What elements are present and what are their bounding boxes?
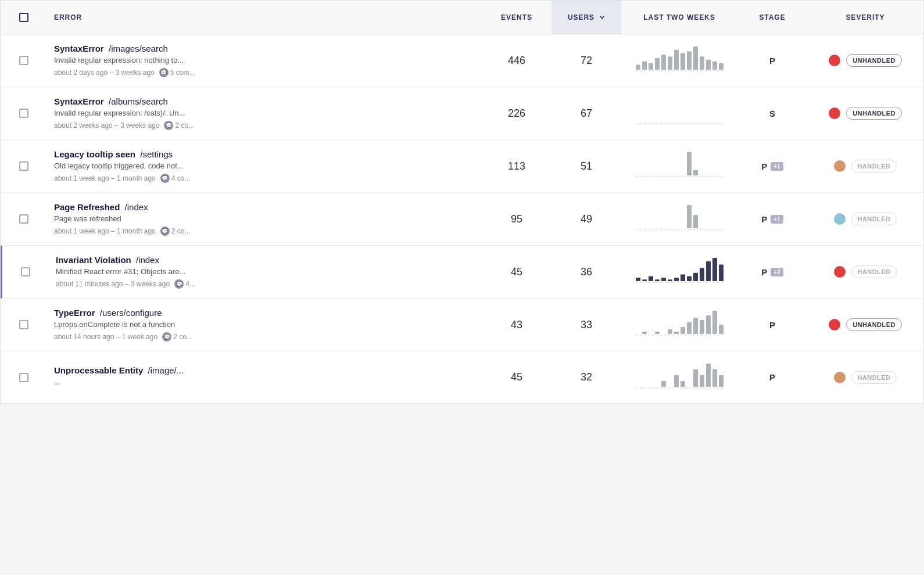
svg-rect-104 (719, 375, 724, 387)
comment-bubble-5: 💬 (174, 279, 184, 289)
svg-rect-14 (719, 63, 724, 70)
header-checkbox-cell[interactable] (1, 13, 47, 22)
row-checkbox-cell[interactable] (2, 267, 49, 276)
row-checkbox-cell[interactable] (1, 214, 47, 224)
row-checkbox-3[interactable] (19, 161, 28, 171)
table-body: SyntaxError /images/search Invalid regul… (1, 34, 923, 404)
severity-label-6[interactable]: UNHANDLED (846, 318, 902, 331)
error-time-1: about 2 days ago – 3 weeks ago (54, 69, 155, 77)
chart-svg-1 (636, 46, 724, 73)
row-checkbox-cell[interactable] (1, 56, 47, 65)
error-title-4: Page Refreshed /index (54, 202, 475, 212)
table-row: Invariant Violation /index Minified Reac… (1, 246, 923, 299)
row-checkbox-cell[interactable] (1, 109, 47, 118)
comment-count-5: 4... (185, 280, 195, 288)
table-header: ERROR EVENTS USERS LAST TWO WEEKS STAGE … (1, 1, 923, 34)
severity-dot-1 (829, 55, 840, 66)
severity-dot-4 (834, 213, 846, 225)
row-checkbox-7[interactable] (19, 373, 28, 382)
svg-rect-2 (642, 62, 647, 70)
svg-rect-88 (712, 311, 717, 334)
select-all-checkbox[interactable] (19, 13, 28, 22)
svg-rect-102 (706, 364, 711, 387)
error-message-2: Invalid regular expression: /cats)/: Un.… (54, 109, 356, 117)
severity-label-3[interactable]: HANDLED (851, 160, 897, 172)
row-checkbox-1[interactable] (19, 56, 28, 65)
error-info-7: Unprocessable Entity /image/... ... (47, 356, 482, 399)
users-count-5: 36 (551, 266, 621, 278)
svg-rect-70 (693, 273, 698, 281)
col-header-users[interactable]: USERS (551, 1, 621, 34)
error-info-5: Invariant Violation /index Minified Reac… (49, 246, 482, 298)
severity-label-2[interactable]: UNHANDLED (846, 107, 902, 120)
svg-rect-87 (706, 315, 711, 334)
error-meta-1: about 2 days ago – 3 weeks ago 💬 5 com..… (54, 68, 475, 77)
error-type-1: SyntaxError (54, 44, 104, 53)
events-count-4: 95 (482, 213, 551, 225)
severity-label-5[interactable]: HANDLED (851, 265, 897, 278)
row-checkbox-6[interactable] (19, 320, 28, 329)
svg-rect-65 (661, 278, 666, 281)
error-path-2: /albums/search (109, 96, 168, 106)
error-meta-3: about 1 week ago – 1 month ago 💬 4 co... (54, 174, 475, 183)
users-count-6: 33 (551, 319, 621, 331)
error-path-7: /image/... (148, 365, 184, 375)
svg-rect-67 (674, 278, 679, 281)
error-message-4: Page was refreshed (54, 214, 356, 223)
stage-value-3: P (761, 161, 767, 171)
severity-cell-7: HANDLED (807, 371, 923, 384)
svg-rect-89 (719, 325, 724, 334)
severity-dot-3 (834, 160, 846, 172)
svg-rect-39 (687, 152, 692, 175)
error-title-5: Invariant Violation /index (56, 255, 475, 265)
events-count-7: 45 (482, 371, 551, 383)
severity-cell-1: UNHANDLED (807, 54, 923, 67)
row-checkbox-2[interactable] (19, 109, 28, 118)
svg-rect-66 (668, 279, 672, 281)
col-header-error: ERROR (47, 13, 482, 21)
severity-dot-5 (834, 266, 846, 278)
svg-rect-77 (642, 332, 647, 334)
stage-cell-4: P +1 (737, 214, 807, 224)
row-checkbox-5[interactable] (21, 267, 30, 276)
stage-value-7: P (769, 372, 775, 382)
svg-rect-71 (700, 268, 704, 281)
severity-dot-7 (834, 372, 846, 383)
severity-dot-2 (829, 107, 840, 119)
svg-rect-84 (687, 322, 692, 334)
severity-label-4[interactable]: HANDLED (851, 213, 897, 225)
error-type-5: Invariant Violation (56, 255, 131, 265)
severity-label-7[interactable]: HANDLED (851, 371, 897, 384)
svg-rect-40 (693, 170, 698, 175)
svg-rect-100 (693, 369, 698, 387)
comment-bubble-2: 💬 (164, 121, 173, 130)
row-checkbox-cell[interactable] (1, 161, 47, 171)
row-checkbox-cell[interactable] (1, 373, 47, 382)
chevron-down-icon (599, 15, 605, 20)
error-message-6: t.props.onComplete is not a function (54, 320, 356, 329)
row-checkbox-cell[interactable] (1, 320, 47, 329)
severity-cell-5: HANDLED (807, 265, 923, 278)
error-title-2: SyntaxError /albums/search (54, 96, 475, 106)
events-count-5: 45 (482, 266, 551, 278)
chart-svg-6 (636, 311, 724, 337)
col-header-stage: STAGE (737, 13, 807, 21)
stage-badge-3: +1 (771, 162, 783, 171)
severity-cell-4: HANDLED (807, 213, 923, 225)
events-count-6: 43 (482, 319, 551, 331)
users-count-7: 32 (551, 371, 621, 383)
error-message-1: Invalid regular expression: nothing to..… (54, 56, 356, 64)
svg-rect-11 (700, 56, 704, 70)
row-checkbox-4[interactable] (19, 214, 28, 224)
severity-label-1[interactable]: UNHANDLED (846, 54, 902, 67)
svg-rect-81 (668, 329, 672, 334)
error-path-5: /index (136, 255, 159, 265)
error-type-7: Unprocessable Entity (54, 365, 143, 375)
stage-badge-5: +2 (771, 268, 783, 276)
chart-svg-5 (636, 258, 724, 285)
chart-svg-7 (636, 364, 724, 390)
stage-cell-5: P +2 (737, 267, 807, 277)
svg-rect-13 (712, 62, 717, 70)
error-meta-5: about 11 minutes ago – 3 weeks ago 💬 4..… (56, 279, 475, 289)
error-path-4: /index (125, 202, 148, 212)
